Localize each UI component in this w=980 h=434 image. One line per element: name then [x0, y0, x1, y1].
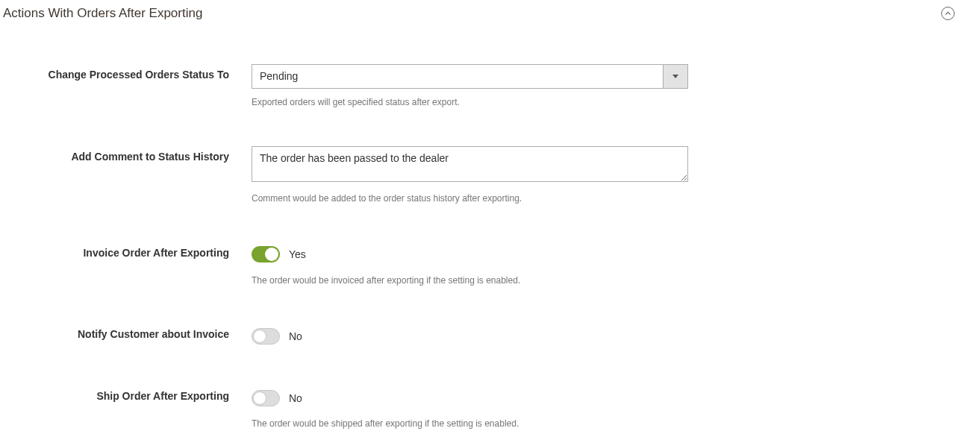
row-invoice: Invoice Order After Exporting Yes The or… [0, 242, 980, 287]
row-notify: Notify Customer about Invoice No [0, 324, 980, 348]
comment-textarea[interactable] [252, 146, 688, 182]
label-invoice: Invoice Order After Exporting [0, 242, 252, 259]
form-body: Change Processed Orders Status To Pendin… [0, 27, 980, 434]
control-ship: No The order would be shipped after expo… [252, 386, 688, 430]
notify-toggle[interactable] [252, 328, 280, 345]
control-invoice: Yes The order would be invoiced after ex… [252, 242, 688, 287]
help-comment: Comment would be added to the order stat… [252, 192, 688, 205]
ship-toggle[interactable] [252, 390, 280, 406]
control-status: Pending Exported orders will get specifi… [252, 64, 688, 109]
help-ship: The order would be shipped after exporti… [252, 418, 688, 430]
chevron-up-icon [945, 10, 951, 16]
help-status: Exported orders will get specified statu… [252, 96, 688, 109]
help-invoice: The order would be invoiced after export… [252, 274, 688, 287]
toggle-knob [253, 330, 266, 343]
notify-toggle-label: No [289, 330, 302, 342]
section-header: Actions With Orders After Exporting [0, 0, 980, 27]
dropdown-arrow-icon [663, 65, 687, 88]
row-comment: Add Comment to Status History Comment wo… [0, 146, 980, 205]
invoice-toggle[interactable] [252, 246, 280, 262]
row-status: Change Processed Orders Status To Pendin… [0, 64, 980, 109]
toggle-knob [265, 248, 278, 261]
label-status: Change Processed Orders Status To [0, 64, 252, 81]
row-ship: Ship Order After Exporting No The order … [0, 386, 980, 430]
control-notify: No [252, 324, 688, 348]
label-ship: Ship Order After Exporting [0, 386, 252, 402]
ship-toggle-row: No [252, 386, 688, 410]
label-notify: Notify Customer about Invoice [0, 324, 252, 340]
notify-toggle-row: No [252, 324, 688, 348]
status-select-value: Pending [252, 65, 663, 88]
toggle-knob [253, 391, 266, 405]
control-comment: Comment would be added to the order stat… [252, 146, 688, 205]
label-comment: Add Comment to Status History [0, 146, 252, 163]
collapse-icon[interactable] [941, 7, 955, 20]
status-select[interactable]: Pending [252, 64, 688, 89]
ship-toggle-label: No [289, 392, 302, 404]
invoice-toggle-row: Yes [252, 242, 688, 267]
invoice-toggle-label: Yes [289, 248, 306, 260]
section-title: Actions With Orders After Exporting [3, 6, 202, 21]
